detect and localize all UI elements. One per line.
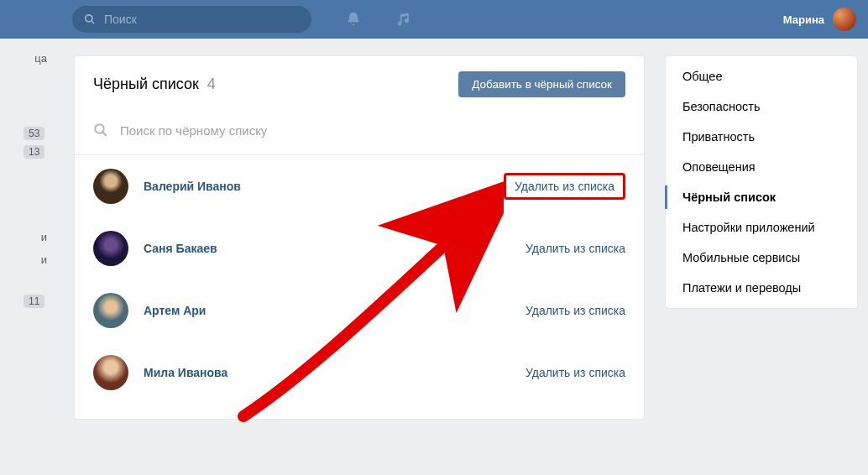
nav-fragment-text: и (0, 250, 50, 273)
search-icon (93, 123, 108, 138)
person-name-link[interactable]: Валерий Иванов (144, 180, 489, 193)
nav-fragment-text: и (0, 217, 50, 250)
avatar[interactable] (93, 231, 128, 266)
nav-badge: 13 (24, 145, 44, 159)
avatar[interactable] (93, 355, 128, 390)
top-icons (345, 11, 412, 28)
list-item: Артем Ари Удалить из списка (75, 279, 644, 342)
global-search-placeholder: Поиск (104, 13, 137, 26)
sidebar-item-payments[interactable]: Платежи и переводы (666, 273, 857, 303)
nav-badge: 11 (24, 295, 44, 308)
list-item: Мила Иванова Удалить из списка (75, 342, 644, 404)
user-name: Марина (783, 13, 824, 26)
svg-point-2 (95, 124, 104, 133)
nav-fragment-text: ца (0, 39, 50, 71)
remove-from-list-link[interactable]: Удалить из списка (526, 366, 625, 379)
settings-sidebar: Общее Безопасность Приватность Оповещени… (665, 55, 858, 309)
blacklist-search[interactable] (75, 112, 644, 155)
user-menu[interactable]: Марина (783, 0, 856, 39)
sidebar-item-mobile[interactable]: Мобильные сервисы (666, 243, 857, 273)
left-nav-fragment: ца 53 13 и и 11 (0, 39, 50, 308)
avatar[interactable] (93, 293, 128, 328)
add-to-blacklist-button[interactable]: Добавить в чёрный список (458, 71, 625, 97)
person-name-link[interactable]: Мила Иванова (144, 366, 510, 379)
music-icon[interactable] (395, 11, 412, 28)
remove-from-list-link[interactable]: Удалить из списка (515, 180, 614, 193)
sidebar-item-notifications[interactable]: Оповещения (666, 152, 857, 182)
svg-point-0 (86, 15, 92, 22)
svg-line-1 (92, 21, 95, 24)
top-bar: Поиск Марина (0, 0, 868, 39)
sidebar-item-security[interactable]: Безопасность (666, 91, 857, 122)
panel-header: Чёрный список 4 Добавить в чёрный список (75, 56, 644, 112)
page-title-text: Чёрный список (93, 76, 199, 93)
sidebar-item-privacy[interactable]: Приватность (666, 122, 857, 152)
remove-from-list-link[interactable]: Удалить из списка (526, 304, 625, 317)
global-search[interactable]: Поиск (72, 6, 311, 33)
sidebar-item-general[interactable]: Общее (666, 61, 857, 91)
remove-from-list-link[interactable]: Удалить из списка (526, 242, 625, 255)
avatar[interactable] (93, 169, 128, 204)
nav-badge: 53 (24, 127, 44, 140)
list-item: Валерий Иванов Удалить из списка (75, 155, 644, 217)
blacklist-count: 4 (207, 76, 216, 93)
sidebar-item-apps[interactable]: Настройки приложений (666, 212, 857, 243)
page-title: Чёрный список 4 (93, 76, 216, 93)
blacklist-panel: Чёрный список 4 Добавить в чёрный список… (74, 55, 645, 420)
blacklist-search-input[interactable] (120, 123, 625, 138)
sidebar-item-blacklist[interactable]: Чёрный список (666, 182, 857, 212)
highlight-box: Удалить из списка (504, 173, 625, 200)
svg-line-3 (102, 132, 107, 136)
search-icon (84, 13, 96, 25)
bell-icon[interactable] (345, 11, 362, 28)
person-name-link[interactable]: Артем Ари (144, 304, 510, 317)
avatar (833, 8, 856, 31)
list-item: Саня Бакаев Удалить из списка (75, 217, 644, 279)
person-name-link[interactable]: Саня Бакаев (144, 242, 510, 255)
